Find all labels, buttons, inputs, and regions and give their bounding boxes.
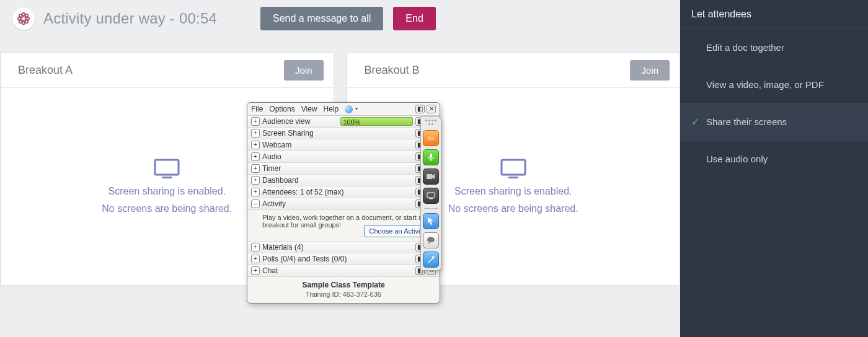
collapse-arrow-button[interactable]: ⇦ — [423, 130, 439, 146]
view-menu[interactable]: View — [301, 105, 317, 113]
panel-row-label: Dashboard — [262, 176, 413, 185]
expand-icon[interactable]: + — [251, 188, 260, 196]
panel-row-label: Materials (4) — [262, 243, 413, 252]
help-menu[interactable]: Help — [324, 105, 339, 113]
breakout-a-name: Breakout A — [18, 64, 73, 77]
right-sidebar: Let attendees ✓Edit a doc together ✓View… — [680, 0, 868, 337]
expand-icon[interactable]: + — [251, 176, 260, 185]
panel-row-label: Webcam — [262, 141, 413, 149]
svg-point-7 — [19, 20, 22, 23]
svg-rect-11 — [502, 160, 525, 175]
sidebar-item-view-media[interactable]: ✓View a video, image, or PDF — [680, 66, 868, 103]
sidebar-item-label: Share their screens — [706, 116, 787, 127]
svg-rect-16 — [427, 193, 435, 198]
activity-body: Play a video, work together on a documen… — [247, 210, 440, 242]
check-icon: ✓ — [691, 116, 704, 128]
chat-bubble-button[interactable] — [423, 232, 439, 248]
breakout-b-status-1: Screen sharing is enabled. — [454, 186, 572, 197]
panel-row-audience-view[interactable]: + Audience view 100% ◧✕ — [247, 116, 440, 128]
breakout-a-status-2: No screens are being shared. — [102, 203, 232, 214]
expand-icon[interactable]: + — [251, 117, 260, 126]
file-menu[interactable]: File — [251, 105, 263, 113]
breakout-a-header: Breakout A Join — [1, 53, 334, 88]
globe-icon[interactable] — [345, 105, 353, 113]
panel-footer: Sample Class Template Training ID: 463-3… — [247, 277, 440, 303]
draw-tools-button[interactable] — [423, 252, 439, 268]
control-panel: File Options View Help ◧ ✕ + Audience vi… — [247, 102, 440, 304]
send-message-all-button[interactable]: Send a message to all — [260, 7, 383, 30]
svg-point-0 — [22, 17, 25, 20]
panel-row-webcam[interactable]: + Webcam ◧✕ — [247, 139, 440, 151]
svg-point-3 — [18, 17, 20, 20]
expand-icon[interactable]: + — [251, 152, 260, 161]
svg-point-2 — [22, 22, 25, 24]
breakout-b-join-button[interactable]: Join — [630, 60, 670, 81]
panel-menubar: File Options View Help ◧ ✕ — [247, 103, 440, 116]
monitor-icon — [154, 159, 180, 180]
pointer-button[interactable] — [423, 213, 439, 229]
expand-icon[interactable]: + — [251, 141, 260, 149]
svg-point-4 — [27, 17, 29, 20]
svg-rect-12 — [508, 177, 518, 178]
monitor-icon — [500, 159, 526, 180]
panel-row-polls[interactable]: + Polls (0/4) and Tests (0/0) ◧✕ — [247, 253, 440, 265]
panel-row-label: Activity — [262, 199, 413, 208]
activity-title: Activity under way - 00:54 — [43, 10, 217, 27]
panel-row-label: Attendees: 1 of 52 (max) — [262, 188, 413, 196]
expand-icon[interactable]: + — [251, 129, 260, 138]
webcam-button[interactable] — [423, 168, 439, 185]
app-logo-icon — [12, 7, 35, 30]
options-menu[interactable]: Options — [269, 105, 294, 113]
microphone-button[interactable] — [423, 149, 439, 165]
svg-rect-15 — [427, 174, 432, 179]
svg-rect-13 — [430, 154, 432, 158]
panel-row-label: Audience view — [262, 117, 334, 126]
panel-row-label: Audio — [262, 152, 413, 161]
panel-row-timer[interactable]: + Timer ◧✕ — [247, 163, 440, 175]
audience-percent: 100% — [343, 118, 361, 126]
svg-rect-10 — [162, 177, 172, 178]
expand-icon[interactable]: + — [251, 266, 260, 275]
audience-progress: 100% — [340, 117, 414, 126]
breakout-b-header: Breakout B Join — [347, 53, 680, 88]
panel-row-label: Screen Sharing — [262, 129, 413, 138]
sidebar-item-label: Edit a doc together — [706, 42, 784, 53]
sidebar-item-label: View a video, image, or PDF — [706, 79, 824, 90]
end-button[interactable]: End — [393, 7, 435, 30]
collapse-icon[interactable]: – — [251, 199, 260, 208]
training-id: Training ID: 463-372-636 — [247, 291, 440, 298]
svg-rect-9 — [155, 160, 179, 175]
expand-icon[interactable]: + — [251, 243, 260, 252]
separator — [424, 208, 438, 209]
svg-point-8 — [25, 20, 28, 23]
panel-row-screen-sharing[interactable]: + Screen Sharing ◧✕ — [247, 128, 440, 139]
expand-icon[interactable]: + — [251, 255, 260, 263]
panel-row-dashboard[interactable]: + Dashboard ◧✕ — [247, 175, 440, 186]
panel-close-icon[interactable]: ✕ — [427, 105, 436, 113]
panel-row-label: Chat — [262, 266, 413, 275]
panel-row-label: Polls (0/4) and Tests (0/0) — [262, 255, 413, 263]
breakout-b-status-2: No screens are being shared. — [448, 203, 578, 214]
panel-undock-icon[interactable]: ◧ — [415, 105, 425, 113]
svg-point-6 — [25, 14, 28, 17]
sidebar-item-audio-only[interactable]: ✓Use audio only — [680, 140, 868, 177]
svg-point-19 — [432, 256, 435, 258]
drag-grip-icon[interactable] — [424, 120, 438, 126]
breakout-b-name: Breakout B — [365, 64, 420, 77]
sidebar-item-share-screens[interactable]: ✓Share their screens — [680, 103, 868, 140]
screen-button[interactable] — [423, 188, 439, 204]
sidebar-item-label: Use audio only — [706, 154, 768, 164]
panel-row-chat[interactable]: + Chat ◧✕ — [247, 265, 440, 277]
panel-row-activity[interactable]: – Activity ◧✕ — [247, 198, 440, 210]
breakout-a-join-button[interactable]: Join — [284, 60, 324, 81]
grab-toolstrip[interactable]: ⇦ — [420, 116, 441, 271]
training-title: Sample Class Template — [247, 281, 440, 289]
svg-point-5 — [19, 14, 22, 17]
panel-row-attendees[interactable]: + Attendees: 1 of 52 (max) ◧✕ — [247, 186, 440, 198]
breakout-a-status-1: Screen sharing is enabled. — [108, 186, 226, 197]
sidebar-item-edit-doc[interactable]: ✓Edit a doc together — [680, 28, 868, 66]
expand-icon[interactable]: + — [251, 164, 260, 173]
panel-row-audio[interactable]: + Audio ◧✕ — [247, 151, 440, 163]
svg-rect-14 — [430, 159, 431, 161]
panel-row-materials[interactable]: + Materials (4) ◧✕ — [247, 242, 440, 253]
